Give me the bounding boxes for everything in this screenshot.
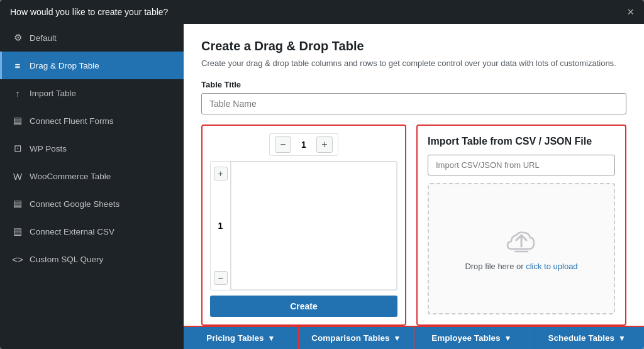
sidebar-item-google-sheets[interactable]: ▤Connect Google Sheets [0,190,184,218]
sidebar-label-google-sheets: Connect Google Sheets [30,199,119,209]
bottom-tabs: Pricing Tables ▼ Comparison Tables ▼ Emp… [184,326,644,349]
tab-schedule-tables[interactable]: Schedule Tables ▼ [530,327,645,349]
chevron-down-icon: ▼ [267,334,275,343]
tab-comparison-tables[interactable]: Comparison Tables ▼ [299,327,415,349]
sidebar-label-drag-drop: Drag & Drop Table [30,61,99,70]
tab-employee-label: Employee Tables [431,333,500,343]
close-button[interactable]: × [627,6,634,18]
tab-pricing-label: Pricing Tables [206,333,264,343]
sidebar-icon-drag-drop: ≡ [12,60,23,71]
sidebar: ⚙Default≡Drag & Drop Table↑Import Table▤… [0,24,184,349]
sidebar-item-drag-drop[interactable]: ≡Drag & Drop Table [0,52,184,79]
increase-columns-button[interactable]: + [316,136,333,153]
decrease-columns-button[interactable]: − [275,136,291,153]
decrease-rows-button[interactable]: − [214,271,228,285]
table-title-input[interactable] [201,93,626,114]
sidebar-item-custom-sql[interactable]: <>Custom SQL Query [0,245,184,273]
sidebar-item-woocommerce[interactable]: WWooCommerce Table [0,162,184,190]
modal-header: How would you like to create your table?… [0,0,644,24]
grid-cell [231,162,397,291]
tab-employee-tables[interactable]: Employee Tables ▼ [414,327,530,349]
import-panel: Import Table from CSV / JSON File Drop f… [416,125,626,326]
sidebar-item-wp-posts[interactable]: ⊡WP Posts [0,135,184,162]
table-title-label: Table Title [201,80,626,89]
tab-schedule-label: Schedule Tables [548,333,615,343]
sidebar-icon-wp-posts: ⊡ [12,143,23,154]
row-controls: + 1 − [211,162,231,291]
sidebar-label-wp-posts: WP Posts [30,144,67,153]
sidebar-icon-google-sheets: ▤ [12,198,23,209]
import-url-input[interactable] [428,155,615,175]
column-controls: − 1 + [269,133,338,156]
sidebar-icon-custom-sql: <> [12,253,23,265]
sidebar-item-default[interactable]: ⚙Default [0,24,184,52]
sidebar-icon-external-csv: ▤ [12,226,23,237]
row-count: 1 [218,221,223,231]
sidebar-icon-fluent-forms: ▤ [12,115,23,126]
sidebar-label-fluent-forms: Connect Fluent Forms [30,116,114,126]
tab-pricing-tables[interactable]: Pricing Tables ▼ [184,327,299,349]
main-content: Create a Drag & Drop Table Create your d… [184,24,644,349]
two-panels: − 1 + + 1 − [201,125,626,326]
sidebar-item-external-csv[interactable]: ▤Connect External CSV [0,218,184,245]
drop-zone[interactable]: Drop file here or click to upload [428,183,615,315]
modal-overlay: How would you like to create your table?… [0,0,644,349]
grid-area: + 1 − [210,161,397,291]
sidebar-icon-woocommerce: W [12,170,23,182]
sidebar-item-fluent-forms[interactable]: ▤Connect Fluent Forms [0,107,184,135]
increase-rows-button[interactable]: + [214,167,228,180]
column-count: 1 [296,140,311,150]
sidebar-item-import[interactable]: ↑Import Table [0,79,184,107]
drop-zone-text: Drop file here or click to upload [465,262,577,271]
upload-icon [504,226,539,257]
create-button[interactable]: Create [210,296,397,317]
sidebar-label-import: Import Table [30,89,76,98]
chevron-down-icon: ▼ [504,334,511,343]
modal: How would you like to create your table?… [0,0,644,349]
grid-inner [231,162,397,291]
modal-title: How would you like to create your table? [10,7,168,17]
click-to-upload-link[interactable]: click to upload [526,262,577,271]
modal-body: ⚙Default≡Drag & Drop Table↑Import Table▤… [0,24,644,349]
sidebar-icon-import: ↑ [12,87,23,99]
section-description: Create your drag & drop table columns an… [201,57,626,70]
chevron-down-icon: ▼ [618,334,626,343]
chevron-down-icon: ▼ [393,334,401,343]
sidebar-label-default: Default [30,33,57,43]
tab-comparison-label: Comparison Tables [311,333,389,343]
section-title: Create a Drag & Drop Table [201,39,626,53]
sidebar-icon-default: ⚙ [12,32,23,43]
builder-panel: − 1 + + 1 − [201,125,406,326]
sidebar-label-custom-sql: Custom SQL Query [30,255,103,264]
sidebar-label-woocommerce: WooCommerce Table [30,172,111,181]
sidebar-label-external-csv: Connect External CSV [30,227,114,236]
import-title: Import Table from CSV / JSON File [428,136,615,147]
